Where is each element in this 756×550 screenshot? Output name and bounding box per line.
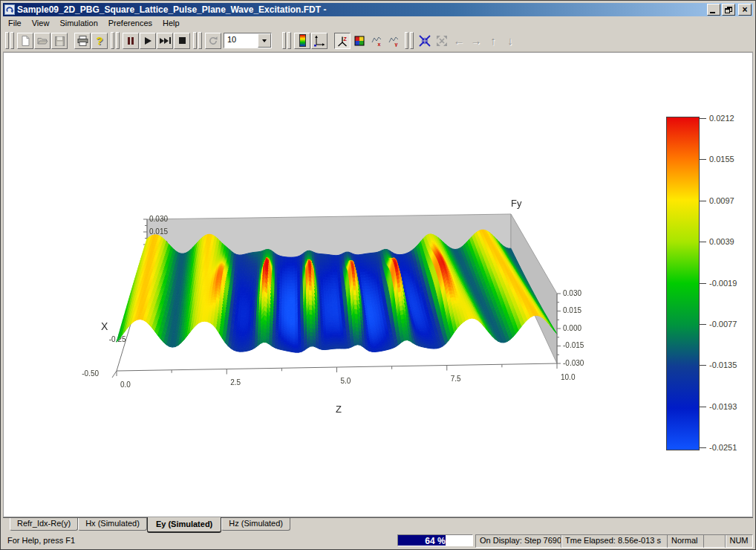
toolbar-grip[interactable]	[287, 32, 291, 49]
new-file-button[interactable]	[17, 33, 33, 49]
status-time-elapsed: Tme Elapsed: 8.56e-013 s	[561, 534, 668, 548]
stop-icon	[179, 37, 186, 44]
stop-button[interactable]	[174, 33, 190, 49]
tab-refr-idx[interactable]: Refr_Idx-Re(y)	[10, 518, 78, 531]
surface-canvas	[67, 172, 616, 429]
toolbar-grip[interactable]	[282, 32, 286, 49]
colorbar-tick-label: 0.0097	[709, 196, 734, 205]
refresh-step-combobox[interactable]: 10	[224, 33, 272, 48]
menu-bar: File View Simulation Preferences Help	[3, 16, 753, 30]
x-axis-label: X	[101, 320, 108, 332]
zoom-fit-button[interactable]	[417, 33, 433, 49]
toolbar-grip[interactable]	[116, 32, 120, 49]
new-file-icon	[19, 35, 31, 47]
toolbar-grip[interactable]	[405, 32, 408, 49]
view-image-map-button[interactable]	[351, 33, 368, 49]
toolbar-grip[interactable]	[410, 32, 414, 49]
pan-left-button[interactable]: ←	[451, 33, 467, 49]
menu-simulation[interactable]: Simulation	[54, 17, 102, 29]
toolbar-grip[interactable]	[5, 32, 9, 49]
minimize-button[interactable]	[707, 4, 720, 16]
refresh-interval-button[interactable]	[205, 33, 221, 49]
play-icon	[145, 37, 151, 45]
pan-up-button[interactable]: ↑	[485, 33, 501, 49]
axes-toggle-button[interactable]	[311, 33, 328, 49]
zoom-expand-button[interactable]	[434, 33, 450, 49]
open-file-button[interactable]	[34, 33, 50, 49]
save-floppy-icon	[53, 35, 65, 47]
refresh-icon	[207, 35, 219, 47]
tab-hz-simulated[interactable]: Hz (Simulated)	[221, 518, 290, 531]
arrow-down-icon: ↓	[507, 35, 513, 46]
curve-x-icon: x	[371, 35, 382, 47]
pause-button[interactable]	[123, 33, 139, 49]
toolbar-grip[interactable]	[10, 32, 14, 49]
menu-file[interactable]: File	[3, 17, 27, 29]
combo-dropdown-button[interactable]	[258, 33, 271, 48]
window-title: Sample09_2D_PBG_Square_Lattice_Pulse_Pla…	[17, 4, 706, 15]
image-map-icon	[353, 35, 365, 47]
menu-preferences[interactable]: Preferences	[103, 17, 157, 29]
colorbar-tick	[700, 365, 706, 366]
colorbar-tick-label: -0.0077	[709, 320, 737, 329]
result-tab-bar: Refr_Idx-Re(y) Hx (Simulated) Ey (Simula…	[3, 517, 753, 533]
pan-right-button[interactable]: →	[468, 33, 484, 49]
run-to-end-button[interactable]	[157, 33, 173, 49]
colorbar-toggle-button[interactable]	[294, 33, 310, 49]
print-button[interactable]	[74, 33, 91, 49]
chevron-down-icon	[262, 39, 267, 42]
refresh-step-value: 10	[224, 33, 258, 48]
view-3d-button[interactable]: Z	[334, 33, 351, 49]
pan-down-button[interactable]: ↓	[502, 33, 518, 49]
help-icon: ?	[96, 36, 102, 46]
svg-text:x: x	[378, 42, 381, 47]
colorbar-tick-label: 0.0039	[709, 237, 734, 246]
save-button[interactable]	[51, 33, 68, 49]
colorbar-tick	[700, 407, 706, 407]
restore-button[interactable]	[722, 4, 735, 16]
status-on-display: On Display: Step 7690	[475, 534, 562, 548]
colorbar-tick-label: -0.0019	[709, 279, 737, 288]
collapse-arrows-icon	[418, 34, 431, 48]
toolbar-grip[interactable]	[198, 32, 202, 49]
status-blank-panel	[703, 534, 726, 548]
pause-icon	[127, 34, 134, 48]
colorbar-tick	[700, 242, 706, 242]
menu-help[interactable]: Help	[157, 17, 185, 29]
colorbar-tick	[700, 324, 706, 325]
arrow-right-icon: →	[471, 35, 482, 46]
status-num-lock: NUM	[725, 534, 753, 548]
colorbar-tick-label: -0.0193	[709, 402, 737, 411]
plot-title-fy: Fy	[511, 198, 521, 209]
restore-icon	[725, 7, 732, 13]
progress-bar: 64 %	[397, 534, 473, 546]
title-bar[interactable]: Sample09_2D_PBG_Square_Lattice_Pulse_Pla…	[3, 3, 753, 16]
colorbar-tick	[700, 283, 706, 284]
colorbar-tick-label: 0.0212	[709, 114, 734, 123]
tab-ey-simulated[interactable]: Ey (Simulated)	[147, 517, 221, 533]
open-folder-icon	[36, 35, 48, 47]
close-button[interactable]: ×	[738, 4, 752, 16]
view-curve-x-button[interactable]: x	[368, 33, 385, 49]
skip-to-end-icon	[160, 37, 171, 44]
menu-view[interactable]: View	[27, 17, 55, 29]
colorbar-tick-label: -0.0135	[709, 360, 737, 369]
arrow-up-icon: ↑	[490, 35, 496, 46]
status-mode: Normal	[667, 534, 704, 548]
curve-y-icon: y	[388, 35, 400, 47]
svg-text:Z: Z	[344, 36, 348, 41]
toolbar-grip[interactable]	[111, 32, 114, 49]
expand-arrows-icon	[435, 34, 449, 48]
tab-hx-simulated[interactable]: Hx (Simulated)	[78, 518, 147, 531]
status-bar: For Help, press F1 64 % On Display: Step…	[3, 533, 753, 549]
colorbar-tick-label: -0.0251	[709, 443, 737, 452]
colorbar-gradient	[666, 117, 700, 450]
colorbar-tick	[700, 118, 706, 119]
toolbar: ? 10	[3, 30, 753, 52]
svg-text:y: y	[395, 42, 398, 47]
help-button[interactable]: ?	[91, 33, 108, 49]
app-icon	[4, 4, 15, 15]
toolbar-grip[interactable]	[193, 32, 197, 49]
run-button[interactable]	[140, 33, 156, 49]
view-curve-y-button[interactable]: y	[385, 33, 402, 49]
